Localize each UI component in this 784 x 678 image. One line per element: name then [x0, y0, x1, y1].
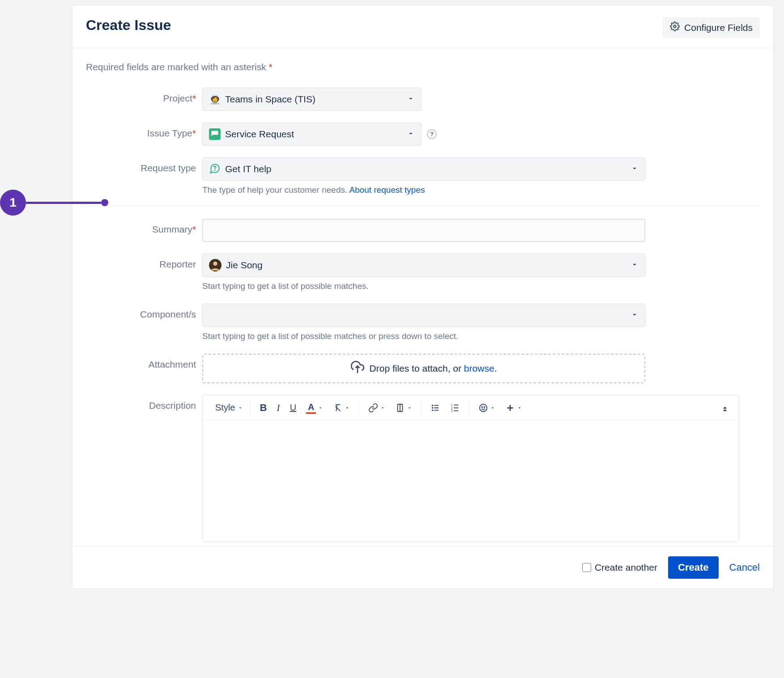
field-row-reporter: Reporter Jie Song Start typing to get a … [86, 254, 760, 291]
more-button[interactable] [502, 400, 526, 415]
field-row-issue-type: Issue Type* Service Request ? [86, 123, 760, 146]
create-another-input[interactable] [582, 563, 591, 572]
description-editor: Style B I U A [202, 395, 739, 542]
field-row-request-type: Request type Get IT help The type of hel… [86, 157, 760, 195]
callout-annotation: 1 [0, 190, 108, 216]
field-label-request-type: Request type [86, 157, 202, 174]
chevron-down-icon [318, 403, 323, 413]
attachment-button[interactable] [392, 400, 416, 415]
request-type-select[interactable]: Get IT help [202, 157, 645, 181]
reporter-help: Start typing to get a list of possible m… [202, 281, 760, 291]
field-label-reporter: Reporter [86, 254, 202, 270]
dialog-header: Create Issue Configure Fields [72, 5, 773, 48]
chevron-down-icon [631, 311, 639, 320]
create-another-label: Create another [595, 562, 657, 573]
callout-dot [101, 199, 108, 206]
field-row-project: Project* 🧑‍🚀 Teams in Space (TIS) [86, 88, 760, 111]
collapse-toolbar-button[interactable] [716, 400, 733, 415]
chevron-down-icon [490, 403, 495, 413]
field-row-attachment: Attachment Drop files to attach, or brow… [86, 354, 760, 383]
editor-toolbar: Style B I U A [203, 395, 739, 420]
field-label-project: Project* [86, 88, 202, 104]
field-row-components: Component/s Start typing to get a list o… [86, 304, 760, 341]
svg-rect-12 [434, 410, 439, 411]
issue-type-icon [209, 128, 221, 140]
chevron-down-icon [345, 403, 350, 413]
svg-point-1 [214, 170, 215, 170]
request-type-help: The type of help your customer needs. Ab… [202, 185, 760, 195]
issue-type-value: Service Request [225, 129, 294, 140]
reporter-select[interactable]: Jie Song [202, 254, 645, 277]
svg-point-11 [432, 409, 434, 411]
numbered-list-button[interactable]: 123 [447, 400, 464, 415]
underline-button[interactable]: U [286, 400, 300, 415]
gear-icon [670, 21, 680, 34]
avatar [209, 259, 222, 271]
create-button[interactable]: Create [668, 556, 718, 579]
italic-button[interactable]: I [273, 399, 283, 416]
emoji-button[interactable] [475, 400, 499, 415]
svg-rect-18 [454, 410, 458, 411]
field-row-summary: Summary* [86, 219, 760, 242]
svg-text:3: 3 [451, 409, 453, 412]
svg-point-9 [432, 407, 434, 409]
configure-fields-label: Configure Fields [684, 22, 753, 33]
components-help: Start typing to get a list of possible m… [202, 331, 760, 341]
chevron-down-icon [631, 165, 639, 174]
svg-point-19 [480, 404, 487, 411]
field-label-attachment: Attachment [86, 354, 202, 370]
upload-icon [351, 361, 364, 377]
asterisk-icon: * [269, 62, 273, 72]
svg-point-3 [213, 262, 217, 266]
chevron-down-icon [407, 403, 412, 413]
svg-rect-14 [454, 404, 458, 405]
help-icon[interactable]: ? [427, 129, 437, 139]
attachment-dropzone[interactable]: Drop files to attach, or browse. [202, 354, 645, 383]
text-color-button[interactable]: A [303, 399, 327, 416]
project-icon: 🧑‍🚀 [209, 93, 221, 105]
project-value: Teams in Space (TIS) [225, 94, 315, 105]
dialog-footer: Create another Create Cancel [72, 546, 773, 589]
svg-point-20 [481, 407, 482, 407]
bold-button[interactable]: B [256, 399, 270, 416]
svg-rect-8 [434, 405, 439, 406]
issue-type-select[interactable]: Service Request [202, 123, 422, 146]
configure-fields-button[interactable]: Configure Fields [663, 17, 760, 38]
dropzone-text: Drop files to attach, or [370, 363, 461, 373]
field-row-description: Description Style [86, 395, 760, 542]
create-issue-dialog: Create Issue Configure Fields Required f… [72, 4, 774, 589]
cancel-button[interactable]: Cancel [729, 562, 760, 573]
svg-point-0 [673, 25, 676, 28]
summary-input[interactable] [202, 219, 645, 242]
create-another-checkbox[interactable]: Create another [582, 562, 657, 573]
callout-line [26, 202, 101, 204]
browse-link[interactable]: browse [464, 363, 494, 373]
field-label-components: Component/s [86, 304, 202, 320]
request-type-value: Get IT help [225, 164, 272, 174]
section-divider [86, 206, 760, 206]
chevron-down-icon [380, 403, 385, 413]
reporter-value: Jie Song [226, 260, 263, 271]
request-type-icon [209, 163, 221, 176]
about-request-types-link[interactable]: About request types [349, 185, 425, 195]
chevron-down-icon [407, 95, 415, 104]
bullet-list-button[interactable] [427, 400, 444, 415]
svg-point-7 [432, 404, 434, 406]
link-button[interactable] [365, 400, 389, 415]
required-note: Required fields are marked with an aster… [86, 62, 760, 72]
description-textarea[interactable] [203, 420, 739, 541]
chevron-down-icon [238, 403, 243, 413]
chevron-down-icon [517, 403, 522, 413]
field-label-summary: Summary* [86, 219, 202, 235]
chevron-down-icon [407, 130, 415, 139]
field-label-issue-type: Issue Type* [86, 123, 202, 139]
svg-rect-10 [434, 407, 439, 408]
style-dropdown[interactable]: Style [213, 403, 245, 413]
dialog-body: Required fields are marked with an aster… [72, 48, 773, 546]
clear-formatting-button[interactable] [329, 400, 354, 415]
svg-point-21 [484, 407, 485, 407]
chevron-down-icon [631, 261, 639, 270]
project-select[interactable]: 🧑‍🚀 Teams in Space (TIS) [202, 88, 422, 111]
components-select[interactable] [202, 304, 645, 327]
svg-rect-16 [454, 407, 458, 408]
